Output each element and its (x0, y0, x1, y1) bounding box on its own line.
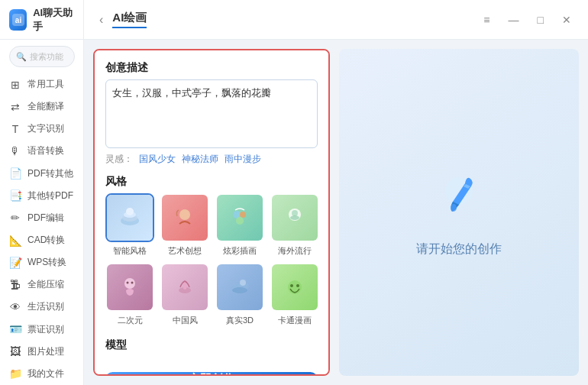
style-item-2d[interactable]: 二次元 (105, 263, 154, 326)
pdf-edit-label: PDF编辑 (27, 212, 64, 225)
common-tools-label: 常用工具 (27, 78, 64, 91)
sidebar-item-common-tools[interactable]: ⊞ 常用工具 (0, 73, 83, 95)
search-placeholder-text: 搜索功能 (30, 51, 63, 63)
inspiration-tag-0[interactable]: 国风少女 (139, 153, 176, 166)
sidebar-item-pdf-edit[interactable]: ✏ PDF编辑 (0, 207, 83, 229)
style-img-colorful (215, 193, 264, 242)
svg-point-23 (451, 204, 457, 212)
style-img-3d (215, 263, 264, 312)
svg-point-20 (290, 284, 293, 287)
wps-icon: 📝 (9, 257, 21, 269)
img-process-label: 图片处理 (27, 345, 64, 358)
style-2d-bg (107, 264, 153, 310)
cad-icon: 📐 (9, 235, 21, 247)
style-item-colorful[interactable]: 炫彩插画 (215, 193, 264, 257)
style-item-overseas[interactable]: 海外流行 (270, 193, 319, 257)
maximize-button[interactable]: □ (533, 12, 548, 28)
other-pdf-label: 其他转PDF (27, 189, 73, 202)
svg-point-21 (296, 284, 299, 287)
style-colorful-label: 炫彩插画 (223, 245, 257, 257)
menu-button[interactable]: ≡ (479, 12, 494, 28)
creative-description-input[interactable] (105, 79, 318, 148)
life-ocr-label: 生活识别 (27, 300, 64, 313)
style-item-smart[interactable]: 智能风格 (105, 193, 154, 257)
sidebar-item-life-ocr[interactable]: 👁 生活识别 (0, 296, 83, 318)
pdf-other-icon: 📄 (9, 167, 21, 180)
style-smart-bg (107, 195, 153, 241)
style-art-label: 艺术创想 (168, 245, 202, 257)
creative-section: 创意描述 灵感： 国风少女 神秘法师 雨中漫步 (105, 61, 318, 166)
sidebar-item-text-ocr[interactable]: T 文字识别 (0, 118, 83, 140)
text-ocr-icon: T (9, 123, 21, 135)
style-item-chinese[interactable]: 中国风 (160, 263, 209, 326)
sidebar-item-img-process[interactable]: 🖼 图片处理 (0, 341, 83, 363)
create-button[interactable]: 立即创作 (105, 372, 318, 376)
my-files-icon: 📁 (9, 367, 21, 380)
svg-point-12 (290, 215, 299, 220)
sidebar-item-pdf-other[interactable]: 📄 PDF转其他 (0, 163, 83, 185)
style-chinese-bg (162, 264, 208, 310)
sidebar-item-full-translate[interactable]: ⇄ 全能翻译 (0, 95, 83, 118)
style-2d-label: 二次元 (118, 315, 143, 326)
svg-point-17 (232, 287, 247, 293)
pdf-other-label: PDF转其他 (27, 167, 73, 180)
voice-icon: 🎙 (9, 145, 21, 157)
style-art-bg (162, 195, 208, 241)
style-img-overseas (270, 193, 319, 242)
sidebar-item-other-pdf[interactable]: 📑 其他转PDF (0, 185, 83, 207)
translate-label: 全能翻译 (27, 100, 64, 113)
style-img-cartoon (270, 263, 319, 312)
common-tools-icon: ⊞ (9, 79, 21, 91)
main-area: ‹ AI绘画 ≡ — □ ✕ 创意描述 灵感： 国风少女 神秘法师 雨中漫步 (84, 0, 588, 385)
svg-point-8 (240, 212, 246, 218)
svg-point-11 (292, 210, 298, 216)
voice-label: 语音转换 (27, 144, 64, 157)
page-title: AI绘画 (112, 11, 147, 28)
sidebar-items-list: ⊞ 常用工具 ⇄ 全能翻译 T 文字识别 🎙 语音转换 📄 PDF转其他 📑 其… (0, 73, 83, 385)
inspiration-label: 灵感： (105, 153, 133, 166)
inspiration-row: 灵感： 国风少女 神秘法师 雨中漫步 (105, 153, 318, 166)
model-section-title: 模型 (105, 338, 318, 352)
close-button[interactable]: ✕ (557, 12, 576, 28)
style-cartoon-label: 卡通漫画 (278, 315, 312, 326)
cad-label: CAD转换 (27, 234, 65, 247)
cert-ocr-label: 票证识别 (27, 323, 64, 336)
model-section: 模型 (105, 338, 318, 357)
svg-point-9 (236, 217, 244, 225)
style-item-cartoon[interactable]: 卡通漫画 (270, 263, 319, 326)
minimize-button[interactable]: — (504, 12, 524, 28)
svg-point-6 (179, 209, 190, 220)
sidebar-item-voice[interactable]: 🎙 语音转换 (0, 140, 83, 162)
sidebar-header: ai AI聊天助手 (0, 0, 83, 40)
sidebar-item-cad[interactable]: 📐 CAD转换 (0, 229, 83, 251)
sidebar-item-cert-ocr[interactable]: 🪪 票证识别 (0, 319, 83, 341)
style-overseas-label: 海外流行 (278, 245, 312, 257)
img-process-icon: 🖼 (9, 345, 21, 358)
style-item-3d[interactable]: 真实3D (215, 263, 264, 326)
search-icon: 🔍 (16, 52, 27, 62)
sidebar-item-compress[interactable]: 🗜 全能压缩 (0, 273, 83, 296)
cert-ocr-icon: 🪪 (9, 323, 21, 335)
style-grid: 智能风格 艺术创想 (105, 193, 318, 326)
creative-section-title: 创意描述 (105, 61, 318, 75)
right-panel: 请开始您的创作 (339, 49, 579, 376)
sidebar-item-my-files[interactable]: 📁 我的文件 (0, 363, 83, 385)
pdf-edit-icon: ✏ (9, 212, 21, 224)
content-area: 创意描述 灵感： 国风少女 神秘法师 雨中漫步 风格 (84, 40, 588, 385)
sidebar-item-wps[interactable]: 📝 WPS转换 (0, 251, 83, 273)
app-logo: ai (9, 9, 27, 31)
search-box[interactable]: 🔍 搜索功能 (9, 46, 75, 67)
style-img-chinese (160, 263, 209, 312)
svg-point-18 (240, 280, 246, 286)
style-overseas-bg (272, 195, 318, 241)
style-smart-label: 智能风格 (113, 245, 147, 257)
wps-label: WPS转换 (27, 256, 66, 269)
style-item-art[interactable]: 艺术创想 (160, 193, 209, 257)
back-button[interactable]: ‹ (96, 10, 106, 30)
style-chinese-label: 中国风 (173, 315, 198, 326)
style-section-title: 风格 (105, 175, 318, 189)
inspiration-tag-2[interactable]: 雨中漫步 (225, 153, 261, 166)
inspiration-tag-1[interactable]: 神秘法师 (182, 153, 218, 166)
app-title-label: AI聊天助手 (33, 6, 74, 34)
paintbrush-icon (428, 168, 489, 229)
